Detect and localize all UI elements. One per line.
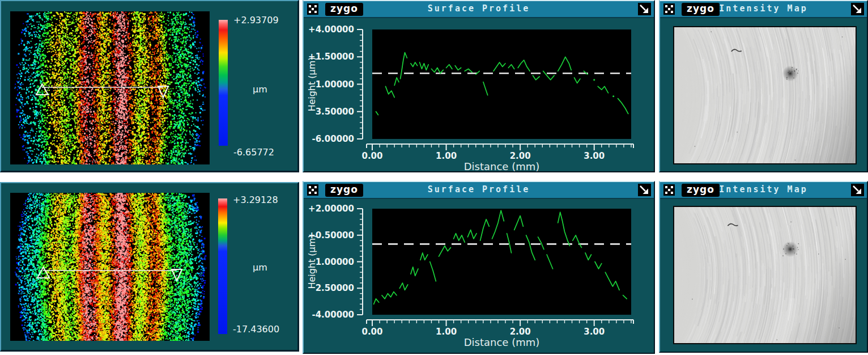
x-tick-label: 0.00 bbox=[361, 327, 382, 337]
zygo-logo: zygo bbox=[325, 3, 363, 16]
slice-end-handle[interactable] bbox=[158, 86, 168, 98]
surface-profile-window-bottom: zygo Surface Profile +2.00000+0.500001.0… bbox=[303, 181, 655, 354]
x-tick-label: 0.00 bbox=[361, 151, 382, 161]
dither-x-icon bbox=[663, 3, 675, 15]
height-map-window-top: +2.93709 µm -6.65772 bbox=[0, 0, 299, 172]
y-tick-label: -4.00000 bbox=[312, 310, 354, 320]
y-tick-label: 3.50000 bbox=[316, 107, 354, 117]
x-axis-label: Distance (mm) bbox=[464, 336, 540, 348]
titlebar[interactable]: zygo Surface Profile bbox=[304, 182, 654, 199]
y-tick-label: 1.00000 bbox=[316, 79, 354, 90]
slice-end-handle[interactable] bbox=[172, 269, 182, 281]
cursor-tool-button[interactable] bbox=[851, 184, 864, 196]
surface-profile-plot: +4.00000+1.500001.000003.50000-6.00000He… bbox=[304, 18, 654, 171]
color-scale-min: -6.65772 bbox=[233, 147, 274, 158]
arrow-cursor-icon bbox=[638, 3, 651, 15]
y-axis-label: Height (µm) bbox=[307, 234, 317, 289]
x-tick-label: 2.00 bbox=[510, 151, 531, 161]
zygo-logo-text: zygo bbox=[687, 3, 714, 14]
image-body bbox=[660, 18, 867, 171]
height-map-window-bottom: +3.29128 µm -17.43600 bbox=[0, 182, 299, 352]
cursor-tool-button[interactable] bbox=[851, 3, 864, 15]
arrow-cursor-icon bbox=[851, 184, 864, 196]
profile-slice-cursor[interactable] bbox=[10, 193, 210, 341]
x-axis-label: Distance (mm) bbox=[464, 160, 540, 171]
arrow-cursor-icon bbox=[638, 184, 651, 196]
cursor-tool-button[interactable] bbox=[638, 3, 651, 15]
plot-body: +4.00000+1.500001.000003.50000-6.00000He… bbox=[304, 18, 654, 171]
titlebar[interactable]: zygo Intensity Map bbox=[660, 1, 867, 18]
zygo-logo: zygo bbox=[325, 184, 363, 197]
x-tick-label: 1.00 bbox=[436, 327, 457, 337]
dither-x-icon bbox=[663, 184, 675, 196]
x-tick-label: 3.00 bbox=[584, 151, 605, 161]
zygo-logo: zygo bbox=[682, 3, 720, 16]
color-scale-min: -17.43600 bbox=[233, 324, 279, 335]
y-axis-label: Height (µm) bbox=[307, 57, 317, 111]
color-scale-units: µm bbox=[253, 84, 267, 95]
y-tick-label: +4.00000 bbox=[308, 24, 354, 35]
zygo-analysis-screen: +2.93709 µm -6.65772 zygo Surface Profil… bbox=[0, 0, 868, 355]
y-tick-label: -6.00000 bbox=[312, 134, 354, 144]
cursor-tool-button[interactable] bbox=[638, 184, 651, 196]
window-menu-button[interactable] bbox=[663, 3, 675, 15]
dither-x-icon bbox=[307, 184, 318, 196]
plot-body: +2.00000+0.500001.000002.50000-4.00000He… bbox=[304, 199, 654, 353]
zygo-logo-text: zygo bbox=[330, 3, 358, 14]
window-menu-button[interactable] bbox=[663, 184, 675, 196]
intensity-image bbox=[673, 206, 857, 344]
titlebar[interactable]: zygo Intensity Map bbox=[660, 182, 867, 199]
zygo-logo-text: zygo bbox=[687, 184, 714, 195]
surface-profile-plot: +2.00000+0.500001.000002.50000-4.00000He… bbox=[304, 199, 654, 353]
slice-start-handle[interactable] bbox=[37, 267, 49, 278]
zygo-logo: zygo bbox=[682, 184, 720, 197]
surface-profile-window-top: zygo Surface Profile +4.00000+1.500001.0… bbox=[303, 0, 655, 172]
image-body bbox=[660, 199, 867, 352]
x-tick-label: 2.00 bbox=[510, 327, 531, 337]
color-scale-units: µm bbox=[253, 262, 267, 273]
color-scale-max: +2.93709 bbox=[233, 15, 279, 26]
zygo-logo-text: zygo bbox=[330, 184, 358, 195]
slice-start-handle[interactable] bbox=[36, 84, 48, 95]
dither-x-icon bbox=[307, 3, 318, 15]
y-tick-label: 2.50000 bbox=[316, 283, 354, 293]
titlebar[interactable]: zygo Surface Profile bbox=[304, 1, 654, 18]
intensity-image bbox=[673, 26, 857, 164]
intensity-map-window-top: zygo Intensity Map bbox=[659, 0, 868, 172]
color-scale-bar bbox=[218, 198, 227, 334]
window-menu-button[interactable] bbox=[307, 3, 318, 15]
color-scale-bar bbox=[219, 20, 228, 146]
profile-slice-cursor[interactable] bbox=[10, 11, 210, 164]
y-tick-label: 1.00000 bbox=[316, 257, 354, 267]
x-tick-label: 3.00 bbox=[584, 327, 605, 337]
window-menu-button[interactable] bbox=[307, 184, 318, 196]
color-scale-max: +3.29128 bbox=[233, 195, 278, 205]
arrow-cursor-icon bbox=[851, 3, 864, 15]
x-tick-label: 1.00 bbox=[436, 151, 457, 161]
intensity-map-window-bottom: zygo Intensity Map bbox=[659, 181, 868, 353]
y-tick-label: +2.00000 bbox=[308, 204, 354, 214]
